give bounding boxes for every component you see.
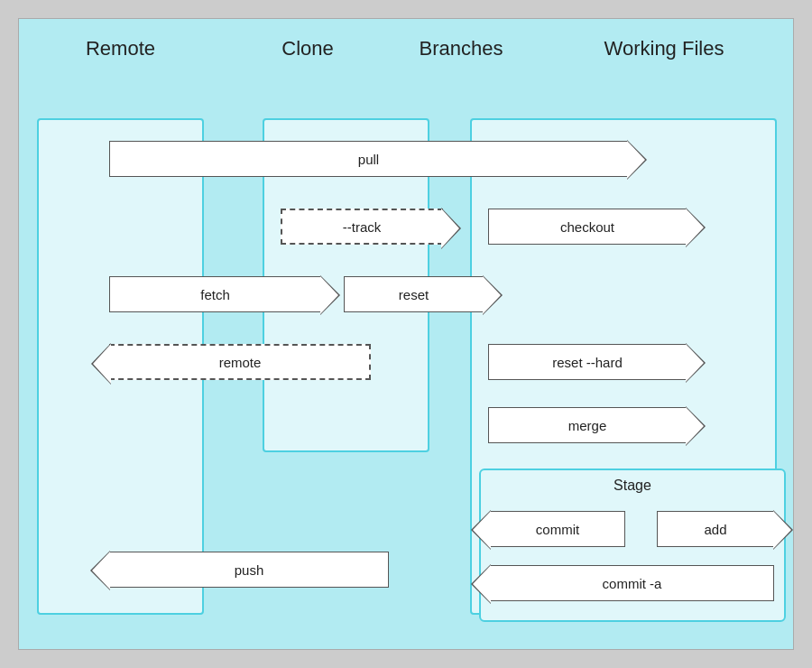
fetch-arrow: fetch [109,276,321,312]
reset-hard-arrow: reset --hard [488,344,687,380]
track-arrow: --track [281,209,443,245]
pull-arrow: pull [109,141,628,177]
add-arrow: add [657,511,774,547]
stage-box: Stage commit add commit -a [479,469,786,622]
header-working-files: Working Files [551,37,777,60]
header-clone: Clone [263,37,353,60]
diagram-wrapper: Remote Clone Branches Working Files pull… [18,18,794,650]
merge-arrow: merge [488,407,687,443]
push-arrow: push [109,552,389,588]
checkout-arrow: checkout [488,209,687,245]
header-remote: Remote [37,37,204,60]
commit-a-arrow: commit -a [490,565,774,601]
stage-label: Stage [614,478,651,494]
remote-arrow: remote [109,344,371,380]
header-branches: Branches [407,37,515,60]
commit-arrow: commit [490,511,625,547]
reset-arrow: reset [344,276,484,312]
